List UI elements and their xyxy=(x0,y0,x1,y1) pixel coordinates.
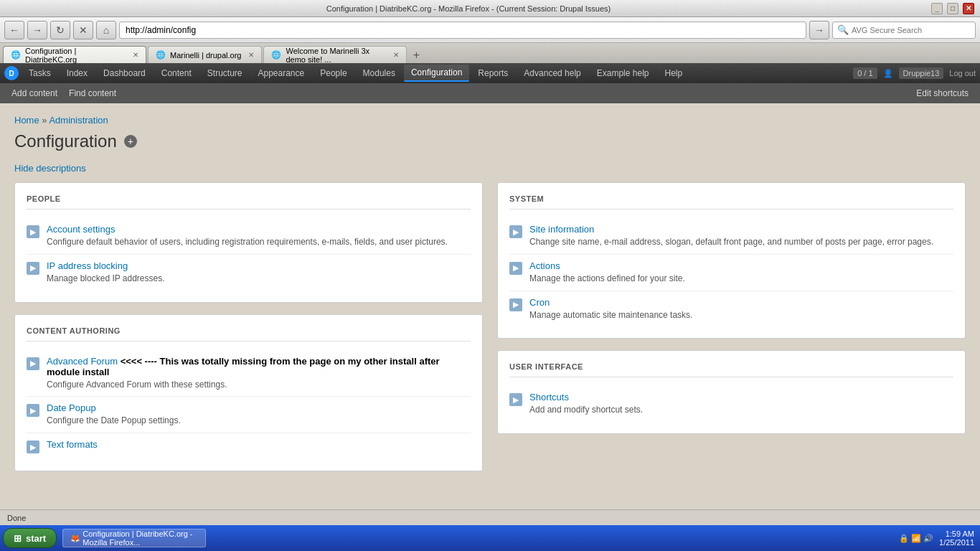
config-item-text-formats: ▶ Text formats xyxy=(27,433,471,459)
nav-advanced-help[interactable]: Advanced help xyxy=(517,65,588,81)
section-system-title: SYSTEM xyxy=(509,194,953,209)
user-count: 0 / 1 xyxy=(853,67,877,79)
desc-ip-blocking: Manage blocked IP addresses. xyxy=(47,273,471,285)
new-tab-button[interactable]: + xyxy=(408,47,424,63)
breadcrumb-administration[interactable]: Administration xyxy=(49,115,108,126)
address-input[interactable] xyxy=(126,25,800,35)
browser-title: Configuration | DiatribeKC.org - Mozilla… xyxy=(6,4,931,13)
tab-marinelli-demo[interactable]: 🌐 Welcome to Marinelli 3x demo site! ...… xyxy=(263,46,407,63)
browser-toolbar: ← → ↻ ✕ ⌂ → 🔍 xyxy=(0,17,980,43)
link-cron[interactable]: Cron xyxy=(529,297,550,308)
page-content: Home » Administration Configuration + Hi… xyxy=(0,103,980,511)
tab-favicon-1: 🌐 xyxy=(11,50,21,60)
arrow-date-popup[interactable]: ▶ xyxy=(27,404,39,417)
config-info-text-formats: Text formats xyxy=(47,439,471,450)
arrow-advanced-forum[interactable]: ▶ xyxy=(27,357,39,370)
browser-titlebar: Configuration | DiatribeKC.org - Mozilla… xyxy=(0,0,980,17)
tab-label-1: Configuration | DiatribeKC.org xyxy=(25,47,126,64)
config-info-cron: Cron Manage automatic site maintenance t… xyxy=(529,297,953,321)
config-item-actions: ▶ Actions Manage the actions defined for… xyxy=(509,255,953,291)
nav-help[interactable]: Help xyxy=(657,65,689,81)
nav-tasks[interactable]: Tasks xyxy=(22,65,58,81)
nav-reports[interactable]: Reports xyxy=(471,65,515,81)
search-bar[interactable]: 🔍 xyxy=(832,22,976,39)
logout-button[interactable]: Log out xyxy=(949,69,976,77)
left-column: PEOPLE ▶ Account settings Configure defa… xyxy=(14,182,483,471)
arrow-site-information[interactable]: ▶ xyxy=(509,225,522,238)
nav-people[interactable]: People xyxy=(313,65,354,81)
add-content-link[interactable]: Add content xyxy=(11,88,57,98)
link-site-information[interactable]: Site information xyxy=(529,224,594,235)
config-info-shortcuts: Shortcuts Add and modify shortcut sets. xyxy=(529,392,953,416)
desc-cron: Manage automatic site maintenance tasks. xyxy=(529,309,953,321)
breadcrumb: Home » Administration xyxy=(14,115,966,126)
config-item-date-popup: ▶ Date Popup Configure the Date Popup se… xyxy=(27,397,471,433)
link-actions[interactable]: Actions xyxy=(529,260,560,271)
nav-example-help[interactable]: Example help xyxy=(590,65,656,81)
section-user-interface: USER INTERFACE ▶ Shortcuts Add and modif… xyxy=(497,350,966,434)
arrow-ip-blocking[interactable]: ▶ xyxy=(27,262,39,275)
tab-marinelli[interactable]: 🌐 Marinelli | drupal.org ✕ xyxy=(148,46,262,63)
search-icon: 🔍 xyxy=(837,24,849,35)
link-text-formats[interactable]: Text formats xyxy=(47,439,98,450)
tab-close-1[interactable]: ✕ xyxy=(133,51,138,59)
nav-content[interactable]: Content xyxy=(154,65,199,81)
drupal-nav-items: Tasks Index Dashboard Content Structure … xyxy=(22,65,853,82)
desc-account-settings: Configure default behavior of users, inc… xyxy=(47,236,471,248)
arrow-account-settings[interactable]: ▶ xyxy=(27,225,39,238)
nav-configuration[interactable]: Configuration xyxy=(404,65,469,82)
find-content-link[interactable]: Find content xyxy=(69,88,116,98)
forward-button[interactable]: → xyxy=(27,21,47,39)
window-controls: _ □ ✕ xyxy=(931,3,974,14)
address-bar[interactable] xyxy=(119,22,806,39)
desc-date-popup: Configure the Date Popup settings. xyxy=(47,415,471,427)
section-content-authoring-title: CONTENT AUTHORING xyxy=(27,326,471,342)
arrow-text-formats[interactable]: ▶ xyxy=(27,441,39,453)
edit-shortcuts-link[interactable]: Edit shortcuts xyxy=(916,88,969,98)
link-advanced-forum[interactable]: Advanced Forum xyxy=(47,356,118,367)
section-people-title: PEOPLE xyxy=(27,194,471,209)
nav-structure[interactable]: Structure xyxy=(200,65,250,81)
maximize-button[interactable]: □ xyxy=(947,3,958,14)
home-button[interactable]: ⌂ xyxy=(96,21,116,39)
go-button[interactable]: → xyxy=(809,21,829,39)
tab-configuration[interactable]: 🌐 Configuration | DiatribeKC.org ✕ xyxy=(3,46,146,63)
nav-index[interactable]: Index xyxy=(60,65,95,81)
user-icon: 👤 xyxy=(883,69,893,78)
nav-appearance[interactable]: Appearance xyxy=(250,65,311,81)
tab-favicon-2: 🌐 xyxy=(156,50,166,60)
link-shortcuts[interactable]: Shortcuts xyxy=(529,392,569,402)
nav-dashboard[interactable]: Dashboard xyxy=(96,65,153,81)
link-account-settings[interactable]: Account settings xyxy=(47,224,115,235)
config-item-account-settings: ▶ Account settings Configure default beh… xyxy=(27,218,471,255)
hide-descriptions-link[interactable]: Hide descriptions xyxy=(14,163,966,174)
secondary-toolbar: Add content Find content Edit shortcuts xyxy=(0,83,980,103)
link-ip-blocking[interactable]: IP address blocking xyxy=(47,260,128,271)
nav-modules[interactable]: Modules xyxy=(356,65,402,81)
add-config-button[interactable]: + xyxy=(124,135,137,148)
page-header: Configuration + xyxy=(14,131,966,151)
right-column: SYSTEM ▶ Site information Change site na… xyxy=(497,182,966,471)
minimize-button[interactable]: _ xyxy=(931,3,943,14)
page-title: Configuration xyxy=(14,131,117,151)
close-button[interactable]: ✕ xyxy=(963,3,974,14)
tab-close-3[interactable]: ✕ xyxy=(393,51,399,59)
arrow-actions[interactable]: ▶ xyxy=(509,262,522,275)
section-user-interface-title: USER INTERFACE xyxy=(509,362,953,377)
breadcrumb-home[interactable]: Home xyxy=(14,115,39,126)
username-button[interactable]: Druppie13 xyxy=(899,67,944,79)
drupal-nav-right: 0 / 1 👤 Druppie13 Log out xyxy=(853,67,976,79)
stop-button[interactable]: ✕ xyxy=(73,21,93,39)
breadcrumb-separator: » xyxy=(42,115,49,126)
config-info-advanced-forum: Advanced Forum <<<< ---- This was totall… xyxy=(47,356,471,391)
back-button[interactable]: ← xyxy=(4,21,24,39)
arrow-cron[interactable]: ▶ xyxy=(509,298,522,311)
config-info-date-popup: Date Popup Configure the Date Popup sett… xyxy=(47,402,471,427)
refresh-button[interactable]: ↻ xyxy=(50,21,70,39)
section-system: SYSTEM ▶ Site information Change site na… xyxy=(497,182,966,339)
arrow-shortcuts[interactable]: ▶ xyxy=(509,393,522,406)
config-info-site-information: Site information Change site name, e-mai… xyxy=(529,224,953,248)
search-input[interactable] xyxy=(852,26,971,34)
tab-close-2[interactable]: ✕ xyxy=(248,51,254,59)
link-date-popup[interactable]: Date Popup xyxy=(47,402,96,413)
